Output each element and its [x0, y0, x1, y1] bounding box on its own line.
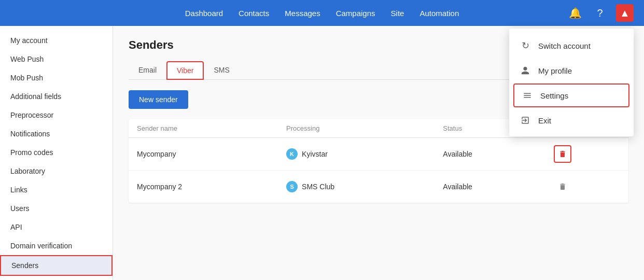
sidebar-item-promo-codes[interactable]: Promo codes [0, 143, 113, 162]
tab-sms[interactable]: SMS [204, 61, 239, 80]
nav-dashboard[interactable]: Dashboard [185, 9, 223, 18]
sidebar-item-api[interactable]: API [0, 218, 113, 236]
status-cell: Available [435, 138, 545, 171]
sidebar-item-web-push[interactable]: Web Push [0, 50, 113, 68]
exit-label: Exit [538, 116, 551, 125]
delete-button-row2[interactable] [554, 178, 571, 195]
new-sender-button[interactable]: New sender [129, 90, 188, 109]
sidebar-item-mob-push[interactable]: Mob Push [0, 68, 113, 87]
table-row: Mycompany 2 S SMS Club Available [129, 171, 628, 203]
action-cell [545, 171, 628, 203]
tab-viber[interactable]: Viber [166, 61, 204, 80]
my-profile-label: My profile [538, 66, 572, 75]
nav-icon-group: 🔔 ? ▲ [566, 4, 634, 22]
notifications-icon[interactable]: 🔔 [566, 4, 584, 22]
processing-name: SMS Club [302, 183, 334, 191]
col-processing: Processing [278, 119, 435, 138]
settings-icon [522, 91, 533, 100]
switch-account-item[interactable]: ↻ Switch account [509, 33, 634, 59]
nav-messages[interactable]: Messages [285, 9, 320, 18]
sidebar-item-domain-verification[interactable]: Domain verification [0, 236, 113, 255]
sidebar-item-my-account[interactable]: My account [0, 31, 113, 50]
settings-highlighted-wrapper: Settings [513, 83, 629, 107]
settings-item[interactable]: Settings [514, 85, 628, 106]
sidebar-item-additional-fields[interactable]: Additional fields [0, 87, 113, 106]
table-row: Mycompany K Kyivstar Available [129, 138, 628, 171]
account-dropdown: ↻ Switch account My profile Settings Exi… [509, 29, 634, 136]
profile-icon [520, 66, 531, 75]
sidebar-item-notifications[interactable]: Notifications [0, 124, 113, 143]
nav-automation[interactable]: Automation [419, 9, 459, 18]
my-profile-item[interactable]: My profile [509, 59, 634, 82]
delete-button-row1[interactable] [554, 145, 571, 163]
tab-email[interactable]: Email [129, 61, 166, 80]
switch-account-icon: ↻ [520, 40, 531, 51]
processing-name: Kyivstar [302, 150, 328, 158]
sidebar-item-laboratory[interactable]: Laboratory [0, 162, 113, 180]
switch-account-label: Switch account [538, 41, 591, 50]
col-sender-name: Sender name [129, 119, 278, 138]
sidebar-item-links[interactable]: Links [0, 180, 113, 199]
nav-links: Dashboard Contacts Messages Campaigns Si… [10, 9, 634, 18]
sidebar: My account Web Push Mob Push Additional … [0, 26, 113, 280]
action-cell [545, 138, 628, 171]
sidebar-item-senders[interactable]: Senders [0, 255, 113, 276]
nav-campaigns[interactable]: Campaigns [336, 9, 375, 18]
sender-name-cell: Mycompany [129, 138, 278, 171]
exit-item[interactable]: Exit [509, 108, 634, 132]
smsclub-badge: S [286, 181, 298, 192]
sender-name-cell: Mycompany 2 [129, 171, 278, 203]
top-navigation: Dashboard Contacts Messages Campaigns Si… [0, 0, 644, 26]
status-cell: Available [435, 171, 545, 203]
nav-site[interactable]: Site [391, 9, 404, 18]
nav-contacts[interactable]: Contacts [239, 9, 269, 18]
account-menu-icon[interactable]: ▲ [616, 4, 634, 22]
kyivstar-badge: K [286, 148, 298, 160]
processing-cell: K Kyivstar [278, 138, 435, 171]
exit-icon [520, 116, 531, 125]
sidebar-item-users[interactable]: Users [0, 199, 113, 218]
processing-cell: S SMS Club [278, 171, 435, 203]
sidebar-item-preprocessor[interactable]: Preprocessor [0, 106, 113, 124]
settings-label: Settings [540, 91, 568, 100]
help-icon[interactable]: ? [591, 4, 609, 22]
